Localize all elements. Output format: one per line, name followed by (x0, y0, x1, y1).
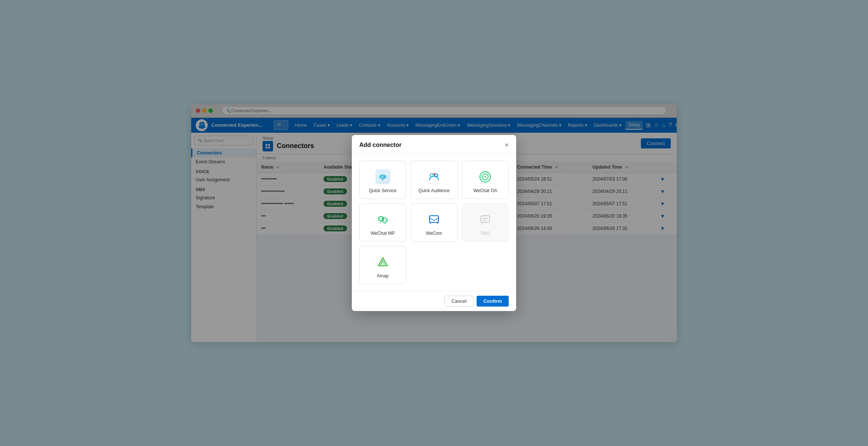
wechat-oa-label: WeChat OA (473, 188, 497, 193)
connector-card-wechat-mp[interactable]: WeChat MP (359, 203, 406, 242)
add-connector-modal: Add connector × (352, 135, 516, 311)
svg-rect-23 (481, 216, 490, 222)
svg-point-19 (385, 220, 386, 221)
wechat-oa-icon (477, 169, 493, 185)
quick-audience-label: Quick Audience (418, 188, 449, 193)
quick-service-icon (375, 169, 391, 185)
modal-body: Quick Service Quick Audience (352, 154, 516, 291)
svg-point-5 (381, 176, 382, 178)
sms-icon (477, 211, 493, 228)
confirm-button[interactable]: Confirm (477, 296, 509, 307)
wechat-mp-label: WeChat MP (371, 231, 394, 236)
modal-header: Add connector × (352, 135, 516, 154)
svg-point-16 (379, 218, 380, 219)
modal-footer: Cancel Confirm (352, 291, 516, 311)
sms-label: SMS (480, 231, 490, 236)
svg-point-17 (381, 218, 382, 219)
svg-rect-20 (430, 216, 438, 222)
modal-close-button[interactable]: × (505, 142, 509, 148)
cancel-button[interactable]: Cancel (444, 296, 474, 307)
connector-card-amap[interactable]: Amap (359, 246, 406, 284)
quick-service-label: Quick Service (369, 188, 397, 193)
connector-grid: Quick Service Quick Audience (359, 161, 509, 284)
wecom-icon (426, 211, 442, 228)
quick-audience-icon (426, 169, 442, 185)
svg-rect-4 (375, 169, 390, 184)
svg-point-13 (484, 176, 486, 178)
amap-label: Amap (377, 273, 388, 279)
modal-title: Add connector (359, 142, 402, 148)
connector-card-quick-audience[interactable]: Quick Audience (410, 161, 457, 199)
amap-icon (375, 254, 391, 270)
wecom-label: WeCom (426, 231, 442, 236)
connector-card-wecom[interactable]: WeCom (410, 203, 457, 242)
modal-overlay[interactable]: Add connector × (0, 0, 868, 446)
svg-point-18 (383, 220, 384, 221)
connector-card-wechat-oa[interactable]: WeChat OA (462, 161, 509, 199)
connector-card-quick-service[interactable]: Quick Service (359, 161, 406, 199)
svg-point-6 (383, 176, 385, 178)
wechat-mp-icon (375, 211, 391, 228)
connector-card-sms: SMS (462, 203, 509, 242)
